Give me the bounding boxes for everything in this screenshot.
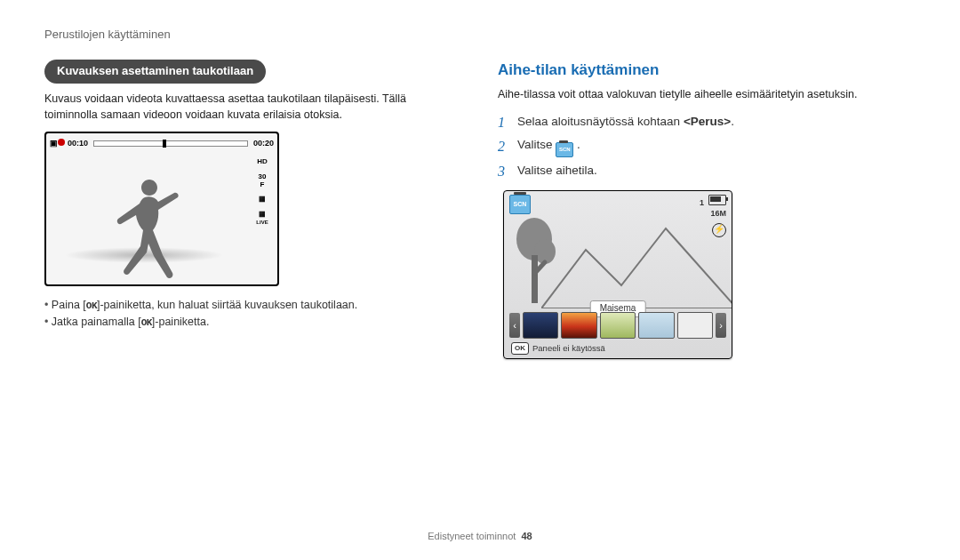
left-paragraph: Kuvaus voidaan videota kuvattaessa asett… xyxy=(44,91,462,123)
right-column: Aihe-tilan käyttäminen Aihe-tilassa voit… xyxy=(498,60,916,359)
right-intro: Aihe-tilassa voit ottaa valokuvan tietyl… xyxy=(498,86,916,102)
progress-bar xyxy=(93,140,248,147)
left-column: Kuvauksen asettaminen taukotilaan Kuvaus… xyxy=(44,60,462,359)
scene-mode-lcd: SCN 1 16M ⚡ xyxy=(503,190,732,359)
ok-box-icon: OK xyxy=(511,342,529,355)
thumb-other[interactable] xyxy=(677,312,713,339)
thumb-portrait[interactable] xyxy=(638,312,674,339)
resolution-icon: 16M xyxy=(710,209,726,218)
fps-icon: 30F xyxy=(252,173,272,189)
scn-icon: SCN xyxy=(509,195,531,214)
footer: Edistyneet toiminnot 48 xyxy=(0,530,960,544)
thumb-landscape[interactable] xyxy=(600,312,636,339)
svg-rect-2 xyxy=(532,255,538,303)
video-pause-lcd: ▣ 00:10 00:20 HD 30F ▦ ▦LIVE xyxy=(44,132,279,286)
photo-icon: ▣ xyxy=(50,138,58,149)
ok-key-icon: OK xyxy=(86,300,97,311)
step-1: 1 Selaa aloitusnäytössä kohtaan <Perus>. xyxy=(498,112,916,132)
thumb-sunset[interactable] xyxy=(561,312,596,339)
section-heading: Aihe-tilan käyttäminen xyxy=(498,60,916,82)
filmstrip-prev[interactable]: ‹ xyxy=(509,313,520,338)
step-2: 2 Valitse SCN . xyxy=(498,136,916,157)
scn-mode-icon: SCN xyxy=(556,142,573,157)
battery-icon xyxy=(708,195,726,205)
bullet-pause: Paina [OK]-painiketta, kun haluat siirtä… xyxy=(44,297,462,314)
scenery-illustration xyxy=(511,221,724,308)
dancer-silhouette xyxy=(108,172,188,279)
step-3: 3 Valitse aihetila. xyxy=(498,161,916,181)
section-pill: Kuvauksen asettaminen taukotilaan xyxy=(44,60,266,84)
panel-hint: OK Paneeli ei käytössä xyxy=(511,342,605,355)
tree-icon xyxy=(515,216,557,308)
ok-key-icon: OK xyxy=(141,317,152,328)
time-total: 00:20 xyxy=(253,138,274,149)
scene-filmstrip: ‹ › xyxy=(509,312,726,339)
hd-icon: HD xyxy=(252,158,272,166)
filmstrip-next[interactable]: › xyxy=(716,313,726,338)
live-icon: ▦LIVE xyxy=(252,211,272,227)
rec-icon: 00:10 xyxy=(58,138,88,149)
running-head: Perustilojen käyttäminen xyxy=(44,27,916,44)
bullet-resume: Jatka painamalla [OK]-painiketta. xyxy=(44,314,462,331)
stab-icon: ▦ xyxy=(252,196,272,204)
thumb-night[interactable] xyxy=(523,312,558,339)
counter: 1 xyxy=(700,198,704,207)
